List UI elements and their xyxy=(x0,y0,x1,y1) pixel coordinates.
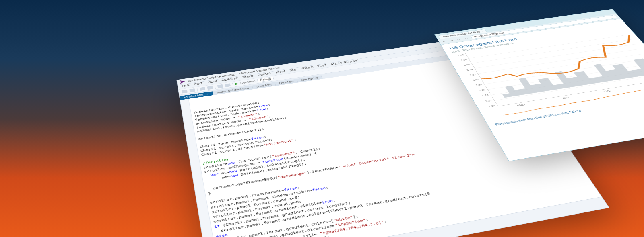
nav-back-icon[interactable] xyxy=(182,90,188,94)
save-all-icon[interactable] xyxy=(207,86,213,90)
redo-icon[interactable] xyxy=(225,83,231,87)
undo-icon[interactable] xyxy=(217,84,223,88)
reload-icon[interactable]: ⟳ xyxy=(456,37,462,41)
toolbar-separator xyxy=(197,88,198,91)
vs-bottom-panel: Value xyxy=(208,197,609,237)
y-tick: 1.32 xyxy=(465,73,477,77)
toolbar-separator xyxy=(232,82,233,86)
y-tick: 1.30 xyxy=(469,78,480,82)
config-dropdown[interactable]: Debug xyxy=(257,77,274,82)
nav-back-icon[interactable]: ← xyxy=(441,40,448,43)
y-tick: 1.24 xyxy=(478,94,489,98)
toolbar-separator xyxy=(215,85,216,89)
nav-fwd-icon[interactable]: → xyxy=(448,39,455,42)
y-tick: 1.20 xyxy=(484,104,496,108)
y-tick: 1.40 xyxy=(454,54,464,57)
y-tick: 1.36 xyxy=(459,63,470,67)
save-icon[interactable] xyxy=(200,87,206,91)
y-tick: 1.38 xyxy=(456,59,467,62)
vs-logo-icon xyxy=(179,80,185,84)
y-tick: 1.28 xyxy=(471,83,483,87)
nav-fwd-icon[interactable] xyxy=(189,88,195,92)
y-tick: 1.22 xyxy=(481,99,493,103)
svg-line-2 xyxy=(475,44,637,68)
continue-icon[interactable] xyxy=(235,82,239,85)
y-tick: 1.34 xyxy=(462,68,473,72)
y-tick: 1.26 xyxy=(475,88,486,92)
close-icon[interactable]: × xyxy=(206,92,209,95)
